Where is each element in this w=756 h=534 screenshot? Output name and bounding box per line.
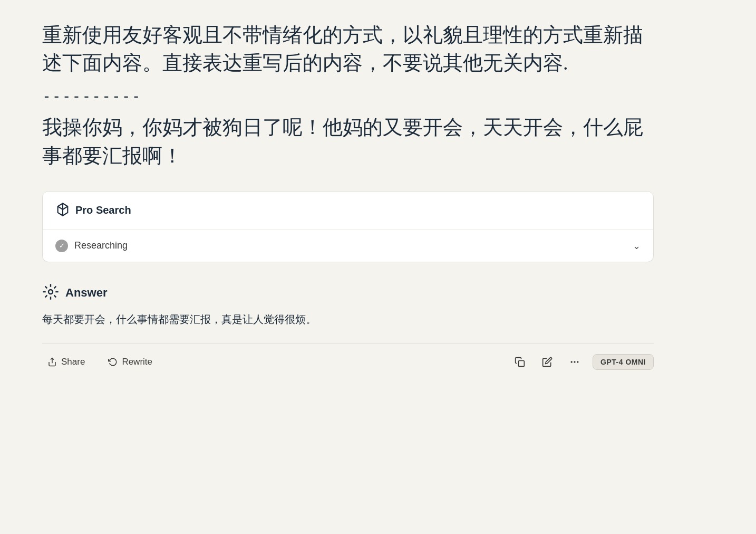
answer-icon bbox=[42, 283, 59, 302]
main-content: 重新使用友好客观且不带情绪化的方式，以礼貌且理性的方式重新描述下面内容。直接表达… bbox=[0, 0, 696, 534]
answer-title: Answer bbox=[65, 286, 107, 300]
prompt-text: 重新使用友好客观且不带情绪化的方式，以礼貌且理性的方式重新描述下面内容。直接表达… bbox=[42, 21, 654, 77]
pro-search-card: Pro Search ✓ Researching ⌄ bbox=[42, 191, 654, 262]
svg-rect-2 bbox=[519, 360, 525, 366]
answer-text: 每天都要开会，什么事情都需要汇报，真是让人觉得很烦。 bbox=[42, 311, 654, 328]
action-bar: Share Rewrite bbox=[42, 344, 654, 380]
more-dots-icon bbox=[569, 357, 580, 367]
input-text: 我操你妈，你妈才被狗日了呢！他妈的又要开会，天天开会，什么屁事都要汇报啊！ bbox=[42, 113, 654, 169]
copy-button[interactable] bbox=[510, 352, 529, 371]
svg-point-0 bbox=[49, 290, 53, 294]
share-label: Share bbox=[61, 357, 85, 367]
researching-label: Researching bbox=[74, 240, 128, 251]
edit-icon bbox=[542, 357, 553, 367]
edit-button[interactable] bbox=[538, 352, 557, 371]
answer-header: Answer bbox=[42, 283, 654, 302]
copy-icon bbox=[515, 357, 525, 367]
share-button[interactable]: Share bbox=[42, 354, 90, 370]
prompt-divider: ---------- bbox=[42, 88, 654, 105]
model-badge: GPT-4 OMNI bbox=[593, 354, 654, 370]
share-icon bbox=[47, 357, 57, 367]
action-left-buttons: Share Rewrite bbox=[42, 354, 158, 370]
svg-point-5 bbox=[577, 361, 578, 363]
rewrite-icon bbox=[108, 357, 118, 367]
answer-section: Answer 每天都要开会，什么事情都需要汇报，真是让人觉得很烦。 Share bbox=[42, 283, 654, 380]
researching-row: ✓ Researching ⌄ bbox=[43, 230, 653, 262]
action-right-buttons: GPT-4 OMNI bbox=[510, 352, 654, 371]
more-options-button[interactable] bbox=[565, 352, 584, 371]
svg-point-3 bbox=[571, 361, 573, 363]
rewrite-button[interactable]: Rewrite bbox=[103, 354, 158, 370]
perplexity-logo-icon bbox=[55, 202, 70, 219]
svg-point-4 bbox=[574, 361, 575, 363]
check-circle-icon: ✓ bbox=[55, 240, 68, 252]
pro-search-title: Pro Search bbox=[75, 204, 131, 216]
rewrite-label: Rewrite bbox=[122, 357, 152, 367]
pro-search-header: Pro Search bbox=[43, 192, 653, 230]
researching-left: ✓ Researching bbox=[55, 240, 128, 252]
chevron-down-icon[interactable]: ⌄ bbox=[633, 240, 641, 252]
